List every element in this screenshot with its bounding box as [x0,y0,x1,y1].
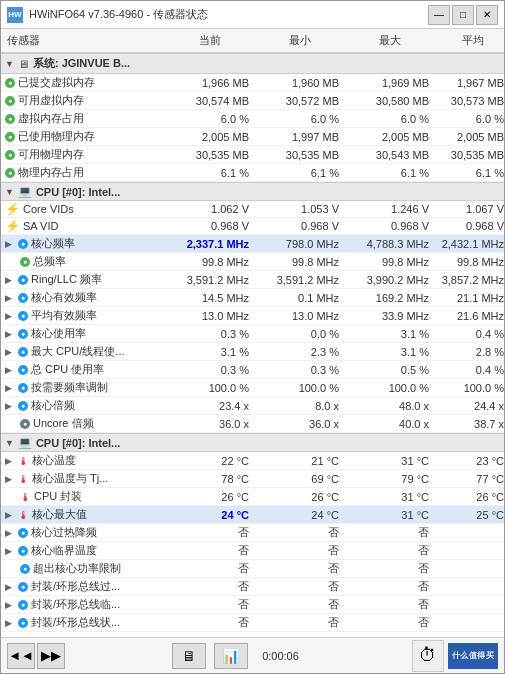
section-collapse-icon[interactable]: ▼ [5,187,14,197]
col-avg: 平均 [435,31,505,50]
table-row[interactable]: ▶●按需要频率调制 100.0 % 100.0 % 100.0 % 100.0 … [1,379,504,397]
table-row[interactable]: ●总频率 99.8 MHz 99.8 MHz 99.8 MHz 99.8 MHz [1,253,504,271]
expand-icon[interactable]: ▶ [5,600,15,610]
circle-icon: ● [5,168,15,178]
circle-icon: ● [18,546,28,556]
sensor-list[interactable]: ▼ 🖥 系统: JGINVUE B... ●已提交虚拟内存 1,966 MB 1… [1,53,504,637]
window-title: HWiNFO64 v7.36-4960 - 传感器状态 [29,7,208,22]
circle-icon: ● [18,275,28,285]
section-cpu0-label: CPU [#0]: Intel... [36,186,120,198]
expand-icon[interactable]: ▶ [5,618,15,628]
table-row[interactable]: ▶●封装/环形总线临... 否 否 否 [1,596,504,614]
table-row[interactable]: ▶●平均有效频率 13.0 MHz 13.0 MHz 33.9 MHz 21.6… [1,307,504,325]
table-row[interactable]: ●超出核心功率限制 否 否 否 [1,560,504,578]
circle-icon: ● [18,347,28,357]
app-window: HW HWiNFO64 v7.36-4960 - 传感器状态 — □ ✕ 传感器… [0,0,505,674]
table-row[interactable]: ●虚拟内存占用 6.0 % 6.0 % 6.0 % 6.0 % [1,110,504,128]
circle-icon: ● [5,78,15,88]
table-row[interactable]: ▶●核心频率 2,337.1 MHz 798.0 MHz 4,788.3 MHz… [1,235,504,253]
table-row[interactable]: ●Uncore 倍频 36.0 x 36.0 x 40.0 x 38.7 x [1,415,504,433]
circle-icon: ● [18,401,28,411]
table-row[interactable]: ▶●总 CPU 使用率 0.3 % 0.3 % 0.5 % 0.4 % [1,361,504,379]
table-row[interactable]: ●已提交虚拟内存 1,966 MB 1,960 MB 1,969 MB 1,96… [1,74,504,92]
nav-buttons: ◄◄ ▶▶ [7,643,65,669]
section-system[interactable]: ▼ 🖥 系统: JGINVUE B... [1,53,504,74]
expand-icon[interactable]: ▶ [5,383,15,393]
expand-icon[interactable]: ▶ [5,546,15,556]
circle-icon: ● [20,419,30,429]
table-row[interactable]: ●可用虚拟内存 30,574 MB 30,572 MB 30,580 MB 30… [1,92,504,110]
table-row[interactable]: ▶🌡核心最大值 24 °C 24 °C 31 °C 25 °C [1,506,504,524]
status-right: ⏱ 什么值得买 [412,640,498,672]
circle-icon: ● [18,600,28,610]
table-row[interactable]: ▶🌡核心温度与 Tj... 78 °C 69 °C 79 °C 77 °C [1,470,504,488]
circle-icon: ● [20,564,30,574]
table-row[interactable]: ▶●Ring/LLC 频率 3,591.2 MHz 3,591.2 MHz 3,… [1,271,504,289]
nav-next-button[interactable]: ▶▶ [37,643,65,669]
table-row[interactable]: ▶●核心倍频 23.4 x 8.0 x 48.0 x 24.4 x [1,397,504,415]
maximize-button[interactable]: □ [452,5,474,25]
table-row[interactable]: ⚡SA VID 0.968 V 0.968 V 0.968 V 0.968 V [1,218,504,235]
table-row[interactable]: ▶●最大 CPU/线程使... 3.1 % 2.3 % 3.1 % 2.8 % [1,343,504,361]
circle-icon: ● [18,383,28,393]
monitor-button[interactable]: 🖥 [172,643,206,669]
app-logo-icon: ⏱ [412,640,444,672]
title-bar-left: HW HWiNFO64 v7.36-4960 - 传感器状态 [7,7,208,23]
section-collapse-icon[interactable]: ▼ [5,438,14,448]
expand-icon[interactable]: ▶ [5,329,15,339]
expand-icon[interactable]: ▶ [5,582,15,592]
table-row[interactable]: ⚡Core VIDs 1.062 V 1.053 V 1.246 V 1.067… [1,201,504,218]
thermometer-icon: 🌡 [18,455,29,467]
circle-icon: ● [18,311,28,321]
table-row[interactable]: ▶●核心有效频率 14.5 MHz 0.1 MHz 169.2 MHz 21.1… [1,289,504,307]
col-current: 当前 [165,31,255,50]
circle-icon: ● [20,257,30,267]
expand-icon[interactable]: ▶ [5,365,15,375]
expand-icon[interactable]: ▶ [5,239,15,249]
expand-icon[interactable]: ▶ [5,293,15,303]
timer-display: 0:00:06 [256,650,306,662]
circle-icon: ● [5,96,15,106]
circle-icon: ● [18,239,28,249]
close-button[interactable]: ✕ [476,5,498,25]
table-row[interactable]: ●可用物理内存 30,535 MB 30,535 MB 30,543 MB 30… [1,146,504,164]
circle-icon: ● [5,132,15,142]
table-row[interactable]: ●已使用物理内存 2,005 MB 1,997 MB 2,005 MB 2,00… [1,128,504,146]
bolt-icon: ⚡ [5,202,20,216]
thermometer-icon: 🌡 [18,473,29,485]
col-min: 最小 [255,31,345,50]
app-icon: HW [7,7,23,23]
section-collapse-icon[interactable]: ▼ [5,59,14,69]
table-row[interactable]: ▶●核心临界温度 否 否 否 [1,542,504,560]
status-center: 🖥 📊 0:00:06 [71,643,406,669]
expand-icon[interactable]: ▶ [5,275,15,285]
circle-icon: ● [18,618,28,628]
table-header: 传感器 当前 最小 最大 平均 [1,29,504,53]
expand-icon[interactable]: ▶ [5,401,15,411]
expand-icon[interactable]: ▶ [5,311,15,321]
col-max: 最大 [345,31,435,50]
table-row[interactable]: ▶●核心使用率 0.3 % 0.0 % 3.1 % 0.4 % [1,325,504,343]
expand-icon[interactable]: ▶ [5,510,15,520]
expand-icon[interactable]: ▶ [5,528,15,538]
circle-icon: ● [18,329,28,339]
bolt-icon: ⚡ [5,219,20,233]
section-cpu0-temp[interactable]: ▼ 💻 CPU [#0]: Intel... [1,433,504,452]
section-cpu0-temp-label: CPU [#0]: Intel... [36,437,120,449]
table-row[interactable]: ▶●封装/环形总线过... 否 否 否 [1,578,504,596]
table-row[interactable]: ▶●封装/环形总线状... 否 否 否 [1,614,504,632]
table-row[interactable]: ▶●核心过热降频 否 否 否 [1,524,504,542]
table-row[interactable]: ▶🌡核心温度 22 °C 21 °C 31 °C 23 °C [1,452,504,470]
circle-icon: ● [18,582,28,592]
expand-icon[interactable]: ▶ [5,347,15,357]
nav-prev-button[interactable]: ◄◄ [7,643,35,669]
minimize-button[interactable]: — [428,5,450,25]
status-bar: ◄◄ ▶▶ 🖥 📊 0:00:06 ⏱ 什么值得买 [1,637,504,673]
expand-icon[interactable]: ▶ [5,474,15,484]
table-row[interactable]: 🌡CPU 封装 26 °C 26 °C 31 °C 26 °C [1,488,504,506]
section-cpu0[interactable]: ▼ 💻 CPU [#0]: Intel... [1,182,504,201]
report-button[interactable]: 📊 [214,643,248,669]
thermometer-icon: 🌡 [18,509,29,521]
expand-icon[interactable]: ▶ [5,456,15,466]
table-row[interactable]: ●物理内存占用 6.1 % 6.1 % 6.1 % 6.1 % [1,164,504,182]
